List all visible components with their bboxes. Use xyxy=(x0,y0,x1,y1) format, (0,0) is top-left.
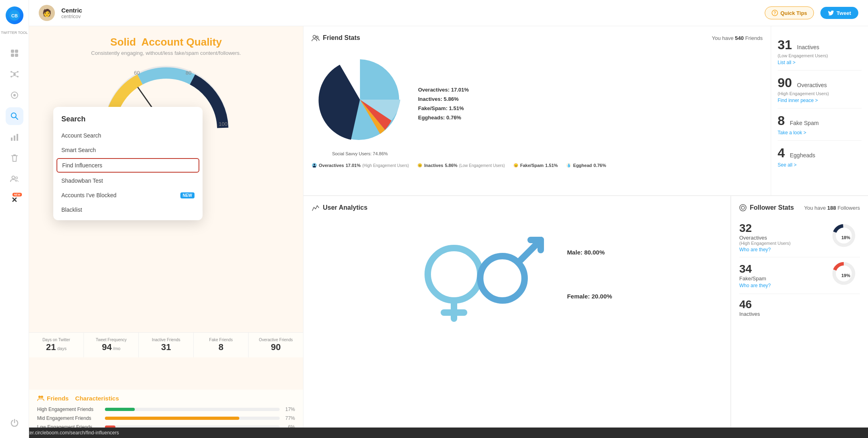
inactives-count: 31 xyxy=(778,38,792,52)
follower-fakespam-link[interactable]: Who are they? xyxy=(739,283,771,288)
sidebar-item-users[interactable] xyxy=(6,170,23,188)
right-panel: Friend Stats You have 540 Friends xyxy=(303,26,868,438)
fakespam-stat-block: 8 Fake Spam Take a look > xyxy=(778,108,862,141)
chip-fakespam: 😠 Fake/Spam 1.51% xyxy=(513,163,558,168)
mid-engagement-pct: 77% xyxy=(283,415,295,421)
friends-section-title: Friends Characteristics xyxy=(37,394,295,402)
inactives-link[interactable]: List all > xyxy=(778,60,862,65)
sidebar-item-dashboard[interactable] xyxy=(6,44,23,62)
svg-rect-5 xyxy=(15,54,18,57)
sidebar-item-power[interactable] xyxy=(6,414,23,432)
follower-stats-title-text: Follower Stats xyxy=(750,204,794,211)
fakespam-link[interactable]: Take a look > xyxy=(778,130,862,136)
right-bottom: User Analytics xyxy=(303,196,868,438)
eggheads-desc: Eggheads xyxy=(790,152,815,159)
follower-overactives-left: 32 Overactives (High Engagement Users) W… xyxy=(739,222,791,253)
svg-point-38 xyxy=(314,164,315,165)
friends-count-meta: You have 540 Friends xyxy=(712,35,763,41)
new-badge: NEW xyxy=(13,193,21,196)
sidebar-item-delete[interactable] xyxy=(6,149,23,167)
gender-stats: Male: 80.00% Female: 20.00% xyxy=(567,249,612,300)
inactive-label: Inactive Friends xyxy=(142,338,190,342)
gender-icons-svg xyxy=(422,226,551,323)
overactives-link[interactable]: Find inner peace > xyxy=(778,98,862,103)
search-item-account-search[interactable]: Account Search xyxy=(53,128,203,143)
follower-stats-header: Follower Stats You have 188 Followers xyxy=(739,204,860,211)
pie-bottom-legend-row: Overactives 17.01% (High Engagement User… xyxy=(312,159,763,171)
svg-text:80: 80 xyxy=(186,70,191,76)
inactives-desc: Inactives xyxy=(797,44,819,50)
content-area: Solid Account Quality Consistently engag… xyxy=(29,26,868,438)
sidebar-item-analytics[interactable] xyxy=(6,128,23,146)
overactive-label: Overactive Friends xyxy=(252,338,300,342)
follower-inactives-left: 46 Inactives xyxy=(739,298,760,317)
follower-row-inactives: 46 Inactives xyxy=(739,294,860,321)
followers-count: 188 xyxy=(827,205,836,211)
user-analytics-title: User Analytics xyxy=(312,204,368,211)
sidebar-item-twitter-x[interactable]: ✕ NEW xyxy=(6,191,23,209)
svg-text:?: ? xyxy=(774,11,776,15)
female-pct: Female: 20.00% xyxy=(567,293,612,300)
high-engagement-track xyxy=(105,408,280,411)
follower-stats-title: Follower Stats xyxy=(739,204,794,211)
svg-text:100: 100 xyxy=(219,121,228,127)
inactive-value: 31 xyxy=(142,342,190,352)
blacklist-label: Blacklist xyxy=(61,206,82,213)
svg-point-36 xyxy=(316,36,318,38)
high-engagement-label: High Engagement Friends xyxy=(37,407,102,412)
eggheads-link[interactable]: See all > xyxy=(778,162,862,168)
search-dropdown: Search Account Search Smart Search Find … xyxy=(53,107,203,220)
gender-area: Male: 80.00% Female: 20.00% xyxy=(312,218,722,331)
sidebar-item-circle[interactable] xyxy=(6,86,23,104)
pie-legend: Overactives: 17.01% Inactives: 5.86% Fak… xyxy=(418,87,469,121)
chip-inactives-pct: 5.86% xyxy=(445,163,457,168)
follower-overactives-sub: (High Engagement Users) xyxy=(739,241,791,246)
search-item-blocked[interactable]: Accounts I've Blocked NEW xyxy=(53,188,203,202)
tweet-button[interactable]: Tweet xyxy=(820,7,858,19)
quick-tips-button[interactable]: ? Quick Tips xyxy=(765,6,814,19)
svg-text:💧: 💧 xyxy=(567,163,571,168)
sidebar-item-search[interactable] xyxy=(6,107,23,125)
fakespam-count: 8 xyxy=(778,113,785,128)
user-analytics-panel: User Analytics xyxy=(303,196,731,438)
svg-rect-2 xyxy=(11,50,14,53)
search-item-find-influencers[interactable]: Find Influencers xyxy=(56,158,199,173)
follower-fakespam-donut: 19% xyxy=(832,261,860,290)
fakespam-donut-pct: 19% xyxy=(841,273,850,278)
stat-days: Days on Twitter 21 days xyxy=(29,333,84,357)
chip-inactives: 😐 Inactives 5.86% (Low Engagement Users) xyxy=(417,163,505,168)
follower-overactives-link[interactable]: Who are they? xyxy=(739,247,771,252)
sidebar-item-network[interactable] xyxy=(6,65,23,83)
svg-rect-3 xyxy=(15,50,18,53)
overactive-value: 90 xyxy=(252,342,300,352)
stat-inactive-friends: Inactive Friends 31 xyxy=(139,333,194,357)
quick-tips-label: Quick Tips xyxy=(780,10,807,16)
app-logo: CB xyxy=(6,6,23,24)
frequency-value: 94 /mo xyxy=(87,342,135,352)
svg-rect-19 xyxy=(11,138,13,141)
bar-row-mid: Mid Engagement Friends 77% xyxy=(37,415,295,421)
search-item-blacklist[interactable]: Blacklist xyxy=(53,202,203,217)
friend-stats-title-text: Friend Stats xyxy=(323,34,360,42)
high-engagement-fill xyxy=(105,408,135,411)
overactives-stat-block: 90 Overactives (High Engagement Users) F… xyxy=(778,71,862,108)
chip-overactives: Overactives 17.01% (High Engagement User… xyxy=(312,163,409,168)
topbar: 🧑 Centric centricov ? Quick Tips Tweet xyxy=(29,0,868,26)
legend-eggheads: Eggheads: 0.76% xyxy=(418,115,469,121)
svg-point-22 xyxy=(12,176,15,179)
sidebar: CB TWITTER TOOL ✕ NEW xyxy=(0,0,29,438)
legend-fake-spam: Fake/Spam: 1.51% xyxy=(418,105,469,111)
user-analytics-header: User Analytics xyxy=(312,204,722,211)
find-influencers-label: Find Influencers xyxy=(62,162,102,169)
days-label: Days on Twitter xyxy=(32,338,80,342)
left-panel: Solid Account Quality Consistently engag… xyxy=(29,26,303,438)
social-savvy-label: Social Savvy Users: 74.86% xyxy=(312,151,408,156)
svg-line-18 xyxy=(15,117,18,120)
search-item-shadowban[interactable]: Shadowban Test xyxy=(53,173,203,188)
legend-overactives: Overactives: 17.01% xyxy=(418,87,469,93)
main-content: 🧑 Centric centricov ? Quick Tips Tweet S… xyxy=(29,0,868,438)
svg-point-34 xyxy=(41,396,43,398)
chip-fakespam-label: Fake/Spam xyxy=(520,163,544,168)
smart-search-label: Smart Search xyxy=(61,147,96,153)
search-item-smart-search[interactable]: Smart Search xyxy=(53,143,203,157)
